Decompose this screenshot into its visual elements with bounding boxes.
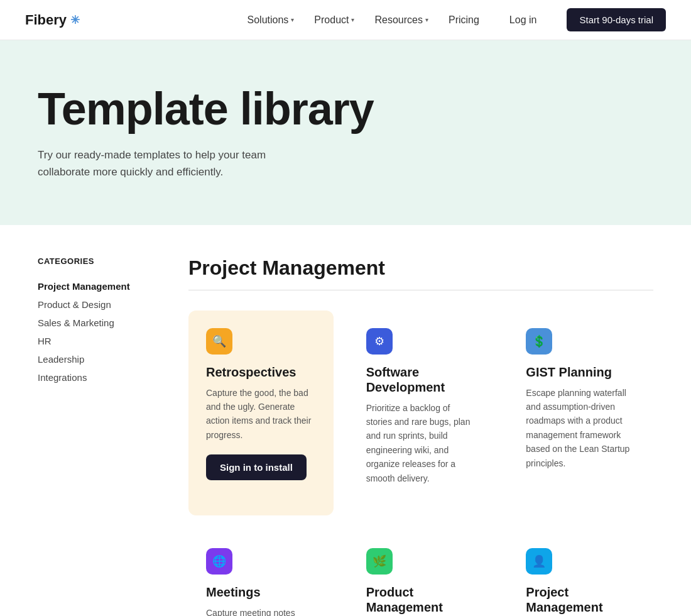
sidebar-item-leadership[interactable]: Leadership (38, 350, 151, 368)
section-divider (188, 290, 653, 290)
nav-resources[interactable]: Resources ▾ (374, 14, 428, 26)
card-desc-gist-planning: Escape planning waterfall and assumption… (526, 386, 636, 470)
logo-text: Fibery (25, 12, 67, 28)
meetings-icon: 🌐 (206, 548, 232, 575)
sidebar-item-product-design[interactable]: Product & Design (38, 295, 151, 314)
logo-star-icon: ✳ (70, 13, 80, 27)
card-title-project-management: Project Management (526, 585, 636, 615)
chevron-down-icon: ▾ (425, 16, 428, 23)
card-retrospectives: 🔍 Retrospectives Capture the good, the b… (188, 311, 334, 515)
gist-planning-icon: 💲 (526, 328, 552, 355)
project-management-icon: 👤 (526, 548, 552, 575)
card-product-management: 🌿 Product Management Come up with big id… (349, 531, 494, 616)
nav-solutions[interactable]: Solutions ▾ (248, 14, 295, 26)
navbar: Fibery ✳ Solutions ▾ Product ▾ Resources… (0, 0, 691, 40)
software-dev-icon: ⚙ (366, 328, 393, 355)
card-title-retrospectives: Retrospectives (206, 365, 316, 380)
nav-cta-button[interactable]: Start 90-days trial (567, 8, 666, 31)
retrospectives-icon: 🔍 (206, 328, 232, 355)
section-title: Project Management (188, 256, 653, 280)
nav-pricing[interactable]: Pricing (449, 14, 479, 26)
sidebar-item-sales-marketing[interactable]: Sales & Marketing (38, 314, 151, 332)
card-project-management: 👤 Project Management Track good old proj… (508, 531, 653, 616)
hero-title: Template library (38, 84, 653, 134)
card-meetings: 🌐 Meetings Capture meeting notes during … (188, 531, 334, 616)
chevron-down-icon: ▾ (351, 16, 354, 23)
card-desc-software-dev: Prioritize a backlog of stories and rare… (366, 401, 476, 485)
card-desc-retrospectives: Capture the good, the bad and the ugly. … (206, 386, 316, 443)
hero-section: Template library Try our ready-made temp… (0, 40, 691, 225)
card-title-product-management: Product Management (366, 585, 476, 615)
card-gist-planning: 💲 GIST Planning Escape planning waterfal… (508, 311, 653, 515)
card-desc-meetings: Capture meeting notes during stand-ups, … (206, 606, 316, 616)
content-area: Project Management 🔍 Retrospectives Capt… (188, 256, 653, 616)
main-content: Categories Project Management Product & … (0, 225, 691, 616)
nav-links: Solutions ▾ Product ▾ Resources ▾ Pricin… (248, 8, 667, 31)
card-title-meetings: Meetings (206, 585, 316, 600)
sidebar-item-hr[interactable]: HR (38, 332, 151, 350)
template-grid: 🔍 Retrospectives Capture the good, the b… (188, 311, 653, 616)
sign-in-to-install-button[interactable]: Sign in to install (206, 454, 307, 480)
logo[interactable]: Fibery ✳ (25, 12, 80, 28)
sidebar-title: Categories (38, 256, 151, 266)
nav-login[interactable]: Log in (509, 14, 537, 26)
chevron-down-icon: ▾ (291, 16, 294, 23)
categories-sidebar: Categories Project Management Product & … (38, 256, 151, 616)
sidebar-item-integrations[interactable]: Integrations (38, 368, 151, 387)
card-title-software-dev: Software Development (366, 365, 476, 395)
product-management-icon: 🌿 (366, 548, 393, 575)
sidebar-item-project-management[interactable]: Project Management (38, 277, 151, 295)
card-title-gist-planning: GIST Planning (526, 365, 636, 380)
card-software-development: ⚙ Software Development Prioritize a back… (349, 311, 494, 515)
nav-product[interactable]: Product ▾ (314, 14, 354, 26)
hero-subtitle: Try our ready-made templates to help you… (38, 146, 276, 180)
